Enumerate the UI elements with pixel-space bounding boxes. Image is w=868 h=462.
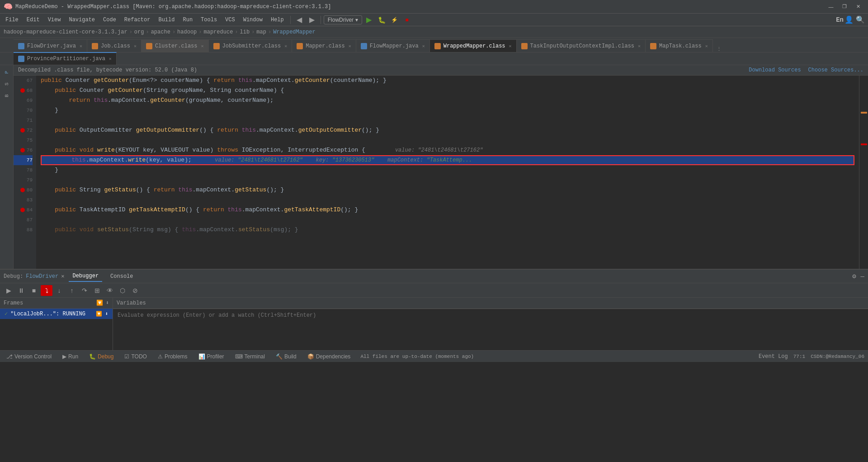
resume-button[interactable]: ▶ — [3, 285, 14, 296]
pause-button[interactable]: ⏸ — [15, 285, 27, 296]
coverage-button[interactable]: ⚡ — [388, 14, 400, 25]
debug-settings-icon[interactable]: ⚙ — [852, 272, 856, 280]
frame-extra-icon[interactable]: ⬇ — [105, 311, 108, 317]
menu-navigate[interactable]: Navigate — [65, 15, 99, 24]
eval-expression-input[interactable] — [118, 312, 863, 319]
menu-file[interactable]: File — [2, 15, 22, 24]
menu-refactor[interactable]: Refactor — [121, 15, 154, 24]
tab-job[interactable]: Job.class ✕ — [87, 39, 142, 52]
terminal-button[interactable]: ⌨ Terminal — [232, 352, 268, 361]
mute-breakpoints-button[interactable]: ⊘ — [129, 285, 141, 296]
debug-button[interactable]: 🐛 — [376, 14, 387, 25]
menu-tools[interactable]: Tools — [197, 15, 221, 24]
menu-edit[interactable]: Edit — [23, 15, 43, 24]
minimize-debug-icon[interactable]: — — [861, 273, 864, 280]
forward-button[interactable]: ▶ — [306, 14, 318, 25]
run-status-button[interactable]: ▶ Run — [60, 352, 81, 361]
breadcrumb-lib[interactable]: lib — [240, 29, 250, 35]
menu-view[interactable]: View — [44, 15, 65, 24]
class-file-icon2 — [146, 43, 152, 49]
tab-taskinputoutput[interactable]: TaskInputOutputContextImpl.class ✕ — [517, 39, 646, 52]
stop-debug-button[interactable]: ■ — [28, 285, 40, 296]
tab-mapper[interactable]: Mapper.class ✕ — [292, 39, 356, 52]
event-log-button[interactable]: Event Log — [759, 353, 788, 360]
close-tab-job[interactable]: ✕ — [134, 43, 137, 49]
breakpoint-76[interactable] — [20, 148, 25, 152]
breadcrumb-apache[interactable]: apache — [151, 29, 170, 35]
close-tab-provincepartitioner[interactable]: ✕ — [109, 56, 112, 62]
step-out-button[interactable]: ↑ — [66, 285, 78, 296]
run-config-dropdown[interactable]: FlowDriver ▾ — [324, 15, 362, 24]
stop-button[interactable]: ■ — [401, 14, 413, 25]
close-tab-jobsubmitter[interactable]: ✕ — [284, 43, 287, 49]
lang-indicator: En — [836, 16, 844, 24]
tab-flowdriver[interactable]: FlowDriver.java ✕ — [14, 39, 87, 52]
tab-maptask[interactable]: MapTask.class ✕ — [646, 39, 713, 52]
close-button[interactable]: ✕ — [852, 2, 864, 12]
version-control-button[interactable]: ⎇ Version Control — [4, 352, 54, 361]
project-icon[interactable]: P — [1, 67, 12, 78]
breakpoint-80[interactable] — [20, 188, 25, 192]
run-to-cursor-button[interactable]: ↷ — [79, 285, 90, 296]
close-tab-mapper[interactable]: ✕ — [349, 43, 351, 49]
step-into-button[interactable]: ↓ — [53, 285, 65, 296]
breakpoint-72[interactable] — [20, 128, 25, 133]
breadcrumb: hadoop-mapreduce-client-core-3.1.3.jar ›… — [0, 26, 868, 38]
menu-code[interactable]: Code — [99, 15, 120, 24]
minimize-button[interactable]: — — [825, 2, 837, 12]
breadcrumb-hadoop[interactable]: hadoop — [177, 29, 197, 35]
menu-vcs[interactable]: VCS — [222, 15, 239, 24]
evaluate-button[interactable]: ⊞ — [91, 285, 103, 296]
tab-provincepartitioner[interactable]: ProvincePartitioner.java ✕ — [14, 52, 117, 65]
breadcrumb-org[interactable]: org — [134, 29, 144, 35]
window-title: MapReduceDemo - WrappedMapper.class [Mav… — [15, 4, 331, 10]
choose-sources-link[interactable]: Choose Sources... — [808, 67, 863, 73]
right-scrollbar[interactable] — [859, 76, 868, 269]
tab-cluster[interactable]: Cluster.class ✕ — [142, 39, 209, 52]
tab-flowmapper[interactable]: FlowMapper.java ✕ — [356, 39, 430, 52]
tab-wrappedmapper[interactable]: WrappedMapper.class ✕ — [430, 39, 517, 52]
close-tab-flowdriver[interactable]: ✕ — [80, 43, 82, 49]
menu-help[interactable]: Help — [267, 15, 288, 24]
run-button[interactable]: ▶ — [363, 14, 375, 25]
back-button[interactable]: ◀ — [293, 14, 305, 25]
frame-filter-icon[interactable]: 🔽 — [96, 311, 102, 317]
breakpoint-84[interactable] — [20, 208, 25, 212]
maximize-button[interactable]: ❐ — [838, 2, 851, 12]
dependencies-button[interactable]: 📦 Dependencies — [305, 352, 354, 361]
breadcrumb-map[interactable]: map — [256, 29, 266, 35]
menu-window[interactable]: Window — [240, 15, 266, 24]
close-tab-wrappedmapper[interactable]: ✕ — [509, 43, 512, 49]
close-tab-maptask[interactable]: ✕ — [705, 43, 708, 49]
close-debug-icon[interactable]: ✕ — [61, 273, 64, 280]
profiler-button[interactable]: 📊 Profiler — [196, 352, 227, 361]
add-watch-button[interactable]: 👁 — [104, 285, 116, 296]
frames-filter-icon[interactable]: 🔽 — [96, 300, 103, 306]
debug-tab-debugger[interactable]: Debugger — [69, 271, 102, 282]
close-tab-cluster[interactable]: ✕ — [201, 43, 204, 49]
debug-content: Frames 🔽 ⬇ ✓ "LocalJobR...": RUNNING 🔽 ⬇… — [0, 298, 868, 350]
bookmarks-icon[interactable]: B — [1, 90, 12, 101]
breadcrumb-class[interactable]: WrappedMapper — [273, 29, 316, 35]
breakpoint-68[interactable] — [20, 88, 25, 93]
debug-tab-console[interactable]: Console — [107, 271, 137, 281]
breadcrumb-jar[interactable]: hadoop-mapreduce-client-core-3.1.3.jar — [4, 29, 127, 35]
todo-button[interactable]: ☑ TODO — [122, 352, 149, 361]
frame-item-localjob[interactable]: ✓ "LocalJobR...": RUNNING 🔽 ⬇ — [0, 309, 113, 319]
close-tab-flowmapper[interactable]: ✕ — [422, 43, 425, 49]
structure-icon[interactable]: S — [1, 79, 12, 90]
frames-expand-icon[interactable]: ⬇ — [106, 300, 109, 306]
close-tab-taskinputoutput[interactable]: ✕ — [638, 43, 641, 49]
menu-build[interactable]: Build — [155, 15, 178, 24]
search-button[interactable]: 🔍 — [854, 14, 866, 25]
tab-jobsubmitter[interactable]: JobSubmitter.class ✕ — [209, 39, 292, 52]
toggle-breakpoints-button[interactable]: ⬡ — [117, 285, 128, 296]
step-over-button[interactable]: ⤵ — [41, 285, 52, 296]
menu-run[interactable]: Run — [179, 15, 196, 24]
debug-status-button[interactable]: 🐛 Debug — [86, 352, 116, 361]
frames-header: Frames 🔽 ⬇ — [0, 298, 113, 309]
breadcrumb-mapreduce[interactable]: mapreduce — [204, 29, 233, 35]
download-sources-link[interactable]: Download Sources — [749, 67, 801, 73]
problems-button[interactable]: ⚠ Problems — [155, 352, 190, 361]
build-button[interactable]: 🔨 Build — [273, 352, 299, 361]
